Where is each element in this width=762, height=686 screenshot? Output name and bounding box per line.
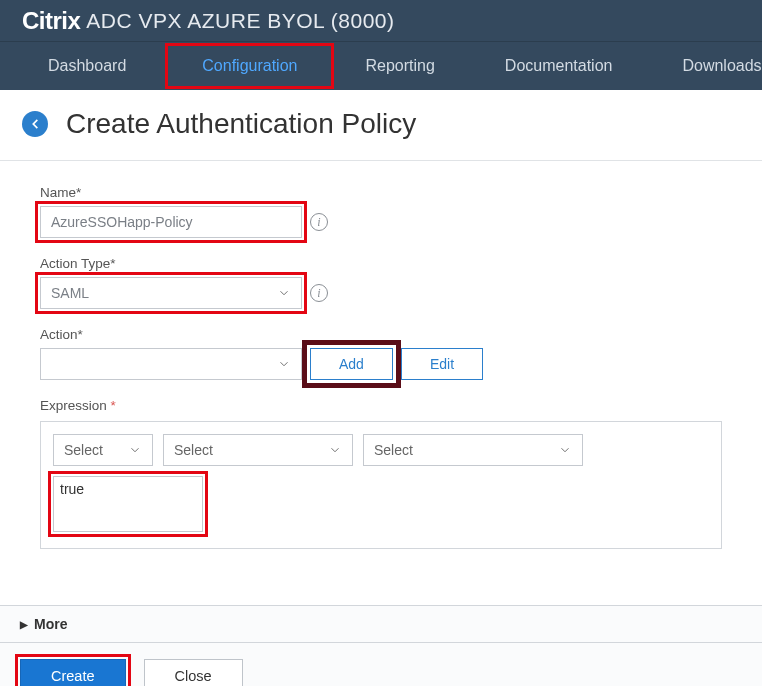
name-label: Name*	[40, 185, 722, 200]
create-button[interactable]: Create	[20, 659, 126, 686]
close-button[interactable]: Close	[144, 659, 243, 686]
chevron-down-icon	[277, 357, 291, 371]
more-label: More	[34, 616, 67, 632]
more-expander[interactable]: ▶ More	[0, 605, 762, 643]
info-icon[interactable]: i	[310, 284, 328, 302]
chevron-down-icon	[277, 286, 291, 300]
action-type-label: Action Type*	[40, 256, 722, 271]
name-input[interactable]	[40, 206, 302, 238]
nav-reporting[interactable]: Reporting	[353, 45, 446, 87]
brand-subtitle: ADC VPX AZURE BYOL (8000)	[86, 9, 394, 33]
nav-dashboard[interactable]: Dashboard	[36, 45, 138, 87]
chevron-down-icon	[128, 443, 142, 457]
footer-actions: Create Close	[0, 643, 762, 686]
field-action-type: Action Type* SAML i	[40, 256, 722, 309]
nav-configuration[interactable]: Configuration	[166, 44, 333, 88]
chevron-down-icon	[328, 443, 342, 457]
expression-select-1[interactable]: Select	[53, 434, 153, 466]
nav-documentation[interactable]: Documentation	[493, 45, 625, 87]
info-icon[interactable]: i	[310, 213, 328, 231]
field-action: Action* Add Edit	[40, 327, 722, 380]
field-name: Name* i	[40, 185, 722, 238]
app-header: Citrix ADC VPX AZURE BYOL (8000)	[0, 0, 762, 42]
back-icon[interactable]	[22, 111, 48, 137]
field-expression: Expression * Select Select Select	[40, 398, 722, 549]
expression-label: Expression *	[40, 398, 722, 413]
action-type-value: SAML	[51, 285, 89, 301]
action-select[interactable]	[40, 348, 302, 380]
expression-select-3[interactable]: Select	[363, 434, 583, 466]
main-nav: Dashboard Configuration Reporting Docume…	[0, 42, 762, 90]
expression-input[interactable]	[53, 476, 203, 532]
page-title: Create Authentication Policy	[66, 108, 416, 140]
expression-select-2[interactable]: Select	[163, 434, 353, 466]
brand-name: Citrix	[22, 7, 80, 35]
chevron-down-icon	[558, 443, 572, 457]
title-row: Create Authentication Policy	[0, 90, 762, 161]
action-label: Action*	[40, 327, 722, 342]
form-body: Name* i Action Type* SAML i Action* Add …	[0, 161, 762, 577]
action-type-select[interactable]: SAML	[40, 277, 302, 309]
nav-downloads[interactable]: Downloads	[670, 45, 762, 87]
add-button[interactable]: Add	[310, 348, 393, 380]
edit-button[interactable]: Edit	[401, 348, 483, 380]
expression-block: Select Select Select	[40, 421, 722, 549]
caret-right-icon: ▶	[20, 619, 28, 630]
